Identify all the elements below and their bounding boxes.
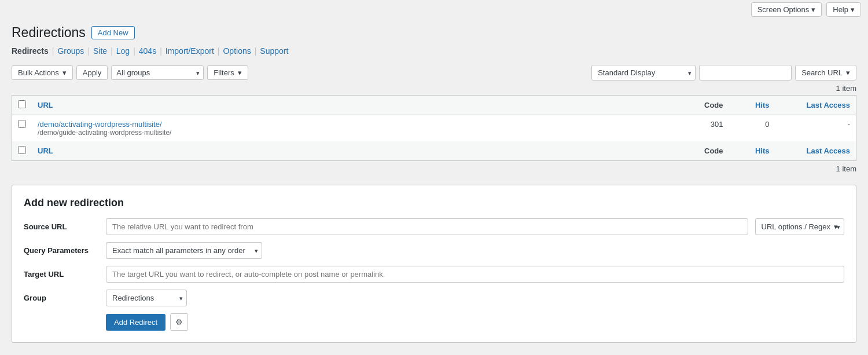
nav-tab-import-export[interactable]: Import/Export [165, 46, 214, 56]
footer-url-header[interactable]: URL [38, 147, 53, 155]
row-url-col: /demo/activating-wordpress-multisite/ /d… [32, 115, 683, 142]
toolbar-left: Bulk Actions ▾ Apply All groups Filters … [12, 65, 248, 80]
table-footer-row: URL Code Hits Last Access [12, 141, 856, 161]
bulk-actions-label: Bulk Actions [18, 68, 59, 77]
query-params-select[interactable]: Exact match all parameters in any order [106, 242, 262, 259]
form-actions: Add Redirect ⚙ [106, 313, 844, 331]
all-groups-wrapper: All groups [111, 65, 204, 80]
bulk-actions-button[interactable]: Bulk Actions ▾ [12, 65, 73, 80]
bulk-actions-chevron: ▾ [62, 68, 67, 77]
hits-column-header[interactable]: Hits [755, 101, 770, 109]
help-arrow: ▾ [851, 5, 855, 14]
filters-chevron: ▾ [238, 68, 242, 77]
top-bar: Screen Options ▾ Help ▾ [0, 0, 868, 19]
group-select[interactable]: Redirections [106, 290, 187, 306]
filters-button[interactable]: Filters ▾ [207, 65, 248, 80]
add-new-button[interactable]: Add New [91, 26, 135, 39]
page-title: Redirections [12, 25, 86, 41]
item-count-top: 1 item [12, 84, 856, 93]
row-url-link[interactable]: /demo/activating-wordpress-multisite/ [38, 120, 162, 129]
footer-checkbox-col [12, 141, 32, 161]
header-last-access-col: Last Access [775, 96, 856, 115]
target-url-label: Target URL [24, 270, 99, 279]
footer-last-access-col: Last Access [775, 141, 856, 161]
url-column-header[interactable]: URL [38, 101, 53, 109]
gear-icon: ⚙ [175, 317, 183, 327]
all-groups-select[interactable]: All groups [111, 65, 204, 80]
bulk-actions-wrapper: Bulk Actions ▾ [12, 65, 73, 80]
standard-display-select[interactable]: Standard Display [591, 65, 696, 80]
add-new-title: Add new redirection [24, 197, 844, 209]
nav-tab-support[interactable]: Support [260, 46, 288, 56]
nav-tab-site[interactable]: Site [93, 46, 107, 56]
screen-options-label: Screen Options [757, 5, 810, 14]
footer-url-col: URL [32, 141, 683, 161]
query-params-row: Query Parameters Exact match all paramet… [24, 242, 844, 259]
header-code-col: Code [683, 96, 729, 115]
nav-tab-groups[interactable]: Groups [57, 46, 84, 56]
row-url-sub: /demo/guide-activating-wordpress-multisi… [38, 129, 677, 137]
footer-code-header: Code [704, 147, 723, 155]
table-row: /demo/activating-wordpress-multisite/ /d… [12, 115, 856, 142]
item-count-bottom: 1 item [12, 164, 856, 173]
nav-tab-404s[interactable]: 404s [139, 46, 156, 56]
select-all-checkbox[interactable] [18, 100, 26, 108]
screen-options-arrow: ▾ [811, 5, 815, 14]
toolbar: Bulk Actions ▾ Apply All groups Filters … [12, 65, 856, 80]
row-last-access-col: - [775, 115, 856, 142]
add-redirect-button[interactable]: Add Redirect [106, 314, 165, 331]
target-url-input[interactable] [106, 266, 844, 283]
header-checkbox-col [12, 96, 32, 115]
nav-tab-options[interactable]: Options [223, 46, 251, 56]
nav-tab-log[interactable]: Log [116, 46, 130, 56]
last-access-column-header[interactable]: Last Access [807, 101, 850, 109]
filters-label: Filters [214, 68, 234, 77]
group-label: Group [24, 294, 99, 302]
footer-select-all-checkbox[interactable] [18, 146, 26, 154]
source-url-row: Source URL URL options / Regex ▾ [24, 218, 844, 235]
row-checkbox[interactable] [18, 120, 26, 128]
footer-hits-col: Hits [729, 141, 775, 161]
header-hits-col: Hits [729, 96, 775, 115]
group-row: Group Redirections [24, 290, 844, 306]
source-url-input[interactable] [106, 218, 748, 235]
footer-hits-header[interactable]: Hits [755, 147, 770, 155]
row-hits-col: 0 [729, 115, 775, 142]
url-options-wrapper: URL options / Regex ▾ [755, 218, 844, 235]
help-label: Help [833, 5, 848, 14]
row-code-col: 301 [683, 115, 729, 142]
url-options-label: URL options / Regex [762, 222, 830, 231]
nav-tabs: Redirects | Groups | Site | Log | 404s |… [12, 46, 856, 56]
help-button[interactable]: Help ▾ [826, 2, 861, 17]
target-url-row: Target URL [24, 266, 844, 283]
query-params-wrapper: Exact match all parameters in any order [106, 242, 262, 259]
group-select-wrapper: Redirections [106, 290, 187, 306]
settings-gear-button[interactable]: ⚙ [170, 313, 188, 331]
search-url-input[interactable] [699, 65, 792, 80]
table-header-row: URL Code Hits Last Access [12, 96, 856, 115]
search-url-label: Search URL [801, 68, 843, 77]
page-content: Redirections Add New Redirects | Groups … [0, 19, 868, 354]
redirects-table: URL Code Hits Last Access [12, 95, 856, 161]
query-params-label: Query Parameters [24, 246, 99, 255]
url-options-button[interactable]: URL options / Regex ▾ [755, 218, 844, 235]
search-url-button[interactable]: Search URL ▾ [795, 65, 856, 80]
nav-tab-redirects[interactable]: Redirects [12, 46, 49, 56]
url-options-chevron: ▾ [834, 222, 838, 231]
toolbar-right: Standard Display Search URL ▾ [591, 65, 856, 80]
apply-button[interactable]: Apply [76, 65, 108, 80]
add-new-section: Add new redirection Source URL URL optio… [12, 185, 856, 343]
footer-code-col: Code [683, 141, 729, 161]
header-url-col: URL [32, 96, 683, 115]
screen-options-button[interactable]: Screen Options ▾ [751, 2, 822, 17]
search-url-chevron: ▾ [846, 68, 850, 77]
code-column-header: Code [704, 101, 723, 109]
footer-last-access-header[interactable]: Last Access [807, 147, 850, 155]
page-header: Redirections Add New [12, 25, 856, 41]
row-checkbox-col [12, 115, 32, 142]
standard-display-wrapper: Standard Display [591, 65, 696, 80]
source-url-label: Source URL [24, 222, 99, 231]
